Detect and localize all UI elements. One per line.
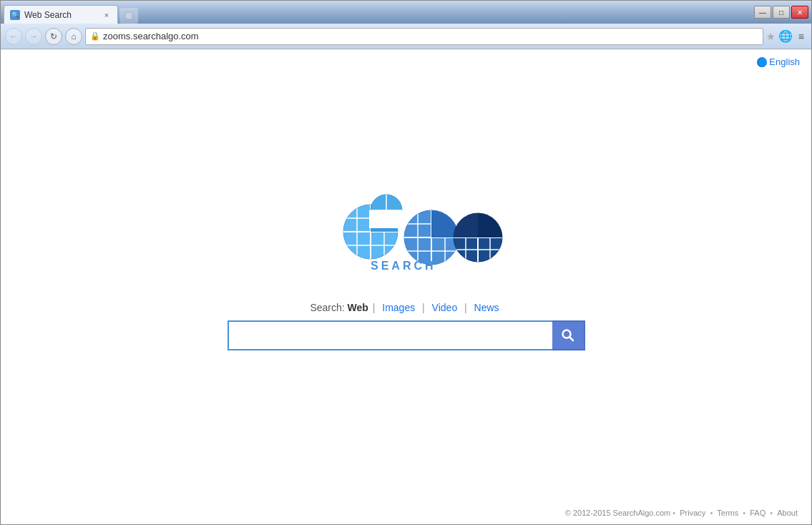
language-globe-icon: 🌐 bbox=[757, 57, 767, 67]
page-content: 🌐 English bbox=[1, 49, 811, 524]
footer: © 2012-2015 SearchAlgo.com • Privacy • T… bbox=[565, 509, 800, 517]
address-lock-icon: 🔒 bbox=[90, 31, 100, 41]
active-tab[interactable]: Web Search × bbox=[4, 5, 118, 24]
search-prefix: Search: bbox=[310, 302, 344, 313]
sep1: | bbox=[373, 302, 376, 313]
search-button[interactable] bbox=[552, 320, 585, 350]
tab-favicon bbox=[10, 10, 20, 20]
svg-rect-29 bbox=[369, 210, 405, 228]
about-link[interactable]: About bbox=[777, 509, 798, 517]
title-bar: Web Search × — □ ✕ bbox=[1, 1, 811, 24]
logo-container: SEARCH bbox=[306, 180, 507, 290]
search-images-link[interactable]: Images bbox=[382, 302, 415, 313]
bookmark-star-icon[interactable]: ★ bbox=[766, 31, 776, 42]
close-tab-button[interactable]: × bbox=[102, 10, 112, 20]
minimize-button[interactable]: — bbox=[754, 6, 771, 19]
search-algo-logo: SEARCH bbox=[306, 180, 507, 288]
search-web-active[interactable]: Web bbox=[348, 302, 368, 313]
menu-button[interactable]: ≡ bbox=[796, 29, 807, 44]
faq-link[interactable]: FAQ bbox=[750, 509, 765, 517]
address-bar: 🔒 bbox=[85, 28, 763, 45]
window-controls: — □ ✕ bbox=[754, 6, 808, 19]
sep2: | bbox=[422, 302, 425, 313]
svg-line-32 bbox=[569, 338, 573, 341]
language-link[interactable]: 🌐 English bbox=[757, 57, 800, 67]
sep3: | bbox=[464, 302, 467, 313]
terms-link[interactable]: Terms bbox=[717, 509, 738, 517]
close-button[interactable]: ✕ bbox=[791, 6, 808, 19]
forward-button[interactable]: → bbox=[25, 28, 42, 45]
search-video-link[interactable]: Video bbox=[432, 302, 458, 313]
search-news-link[interactable]: News bbox=[474, 302, 499, 313]
reload-button[interactable]: ↻ bbox=[45, 28, 62, 45]
maximize-button[interactable]: □ bbox=[773, 6, 790, 19]
svg-text:SEARCH: SEARCH bbox=[371, 260, 436, 272]
back-button[interactable]: ← bbox=[5, 28, 22, 45]
tab-area: Web Search × bbox=[4, 1, 750, 24]
svg-rect-0 bbox=[125, 12, 132, 19]
globe-icon[interactable]: 🌐 bbox=[778, 29, 793, 43]
search-icon bbox=[561, 328, 575, 343]
new-tab-button[interactable] bbox=[119, 8, 138, 24]
address-input[interactable] bbox=[103, 31, 758, 41]
privacy-link[interactable]: Privacy bbox=[680, 509, 705, 517]
search-nav: Search: Web | Images | Video | News bbox=[310, 302, 502, 313]
copyright: © 2012-2015 SearchAlgo.com bbox=[565, 509, 671, 517]
tab-label: Web Search bbox=[24, 10, 72, 20]
language-label: English bbox=[769, 57, 800, 67]
search-input[interactable] bbox=[228, 320, 552, 350]
search-box-row bbox=[228, 320, 585, 350]
home-button[interactable]: ⌂ bbox=[65, 28, 82, 45]
nav-bar: ← → ↻ ⌂ 🔒 ★ 🌐 ≡ bbox=[1, 24, 811, 49]
center-area: SEARCH Search: Web | Images | Video | Ne… bbox=[1, 49, 811, 524]
